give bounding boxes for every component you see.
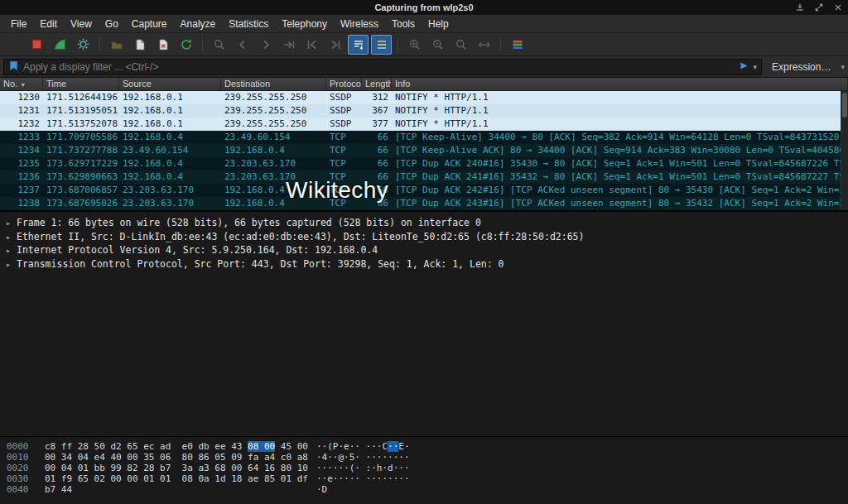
apply-filter-icon[interactable]: [739, 60, 749, 74]
packet-details-pane: ▸Frame 1: 66 bytes on wire (528 bits), 6…: [0, 210, 848, 436]
packet-row-1231[interactable]: 1231171.513195051192.168.0.1239.255.255.…: [0, 104, 848, 118]
column-header-time[interactable]: Time: [43, 78, 119, 90]
column-header-destination[interactable]: Destination: [221, 78, 326, 90]
minimize-to-tray-icon[interactable]: [795, 2, 805, 12]
detail-frame-row[interactable]: ▸Frame 1: 66 bytes on wire (528 bits), 6…: [0, 216, 848, 230]
toolbar-separator: [202, 37, 203, 51]
find-packet-button[interactable]: [209, 35, 229, 55]
hex-offset: 0010: [7, 452, 38, 463]
capture-options-button[interactable]: [73, 35, 94, 55]
packet-row-1237[interactable]: 1237173.68700685723.203.63.170192.168.0.…: [0, 184, 848, 197]
detail-ethernet-row[interactable]: ▸Ethernet II, Src: D-LinkIn_db:ee:43 (ec…: [0, 230, 848, 244]
packet-row-1232[interactable]: 1232171.513752078192.168.0.1239.255.255.…: [0, 118, 848, 131]
packet-list: 1230171.512644196192.168.0.1239.255.255.…: [0, 91, 848, 210]
toolbar-separator: [500, 37, 501, 51]
stop-capture-button[interactable]: [26, 35, 47, 55]
go-back-button[interactable]: [232, 35, 253, 55]
hex-offset: 0040: [7, 484, 38, 495]
zoom-original-button[interactable]: [450, 35, 471, 55]
save-capture-file-button[interactable]: [129, 35, 150, 55]
toolbar-separator: [99, 37, 100, 51]
resize-columns-button[interactable]: [474, 35, 494, 55]
selected-bytes: 08 00: [248, 441, 275, 452]
go-last-packet-button[interactable]: [325, 35, 345, 55]
packet-row-1234[interactable]: 1234171.73727778823.49.60.154192.168.0.4…: [0, 144, 848, 157]
go-forward-button[interactable]: [255, 35, 276, 55]
packet-row-1236[interactable]: 1236173.629890663192.168.0.423.203.63.17…: [0, 170, 848, 184]
expand-arrow-icon[interactable]: ▸: [6, 244, 17, 257]
menu-capture[interactable]: Capture: [125, 15, 174, 33]
zoom-in-button[interactable]: [404, 35, 425, 55]
auto-scroll-toggle[interactable]: [348, 35, 369, 55]
colorize-toggle[interactable]: [371, 35, 392, 55]
window-title: Capturing from wlp2s0: [0, 0, 848, 15]
filter-bar: ▾ Expression… ▾: [0, 56, 848, 78]
expand-arrow-icon[interactable]: ▸: [6, 258, 17, 271]
display-filter-input[interactable]: [23, 61, 735, 73]
column-header-no[interactable]: No.▼: [0, 78, 43, 90]
titlebar: Capturing from wlp2s0: [0, 0, 848, 15]
column-header-source[interactable]: Source: [119, 78, 221, 90]
packet-list-scrollbar[interactable]: [841, 91, 848, 210]
go-to-packet-button[interactable]: [278, 35, 299, 55]
main-toolbar: [0, 33, 848, 56]
open-capture-file-button[interactable]: [106, 35, 127, 55]
hex-offset: 0020: [7, 463, 38, 473]
menu-go[interactable]: Go: [99, 15, 125, 33]
menu-bar: File Edit View Go Capture Analyze Statis…: [0, 15, 848, 33]
column-header-protocol[interactable]: Protocol: [326, 78, 362, 90]
hex-row[interactable]: 0000 c8 ff 28 50 d2 65 ec ad e0 db ee 43…: [7, 441, 848, 452]
column-header-length[interactable]: Length: [362, 78, 392, 90]
menu-statistics[interactable]: Statistics: [222, 15, 275, 33]
hex-row[interactable]: 0010 00 34 04 e4 40 00 35 06 80 86 05 09…: [7, 452, 848, 463]
sort-indicator-icon: ▼: [20, 82, 26, 88]
menu-file[interactable]: File: [4, 15, 33, 33]
menu-tools[interactable]: Tools: [385, 15, 422, 33]
reload-file-button[interactable]: [176, 35, 196, 55]
packet-list-header: No.▼ Time Source Destination Protocol Le…: [0, 78, 848, 91]
packet-row-1233[interactable]: 1233171.709705586192.168.0.423.49.60.154…: [0, 131, 848, 144]
expand-arrow-icon[interactable]: ▸: [6, 217, 17, 230]
wireshark-window: Capturing from wlp2s0 File Edit View Go …: [0, 0, 848, 504]
wikitechy-watermark: Wikitechy: [286, 177, 388, 204]
close-capture-file-button[interactable]: [152, 35, 173, 55]
packet-row-1238[interactable]: 1238173.68769502623.203.63.170192.168.0.…: [0, 197, 848, 210]
filter-history-caret-icon[interactable]: ▾: [754, 59, 758, 75]
column-header-info[interactable]: Info: [392, 78, 848, 90]
menu-telephony[interactable]: Telephony: [275, 15, 334, 33]
hex-row[interactable]: 0020 00 04 01 bb 99 82 28 b7 3a a3 68 00…: [7, 463, 848, 473]
packet-row-1230[interactable]: 1230171.512644196192.168.0.1239.255.255.…: [0, 91, 848, 104]
packet-bytes-pane: 0000 c8 ff 28 50 d2 65 ec ad e0 db ee 43…: [0, 436, 848, 504]
hex-offset: 0000: [7, 441, 38, 452]
restart-capture-button[interactable]: [50, 35, 70, 55]
maximize-icon[interactable]: [814, 2, 824, 12]
hex-row[interactable]: 0040 b7 44 ·D: [7, 484, 848, 495]
start-capture-button[interactable]: [3, 35, 24, 55]
display-filter-field[interactable]: ▾: [3, 59, 762, 75]
menu-wireless[interactable]: Wireless: [334, 15, 385, 33]
menu-help[interactable]: Help: [422, 15, 455, 33]
menu-analyze[interactable]: Analyze: [174, 15, 223, 33]
coloring-rules-button[interactable]: [507, 35, 528, 55]
filter-toolbar-caret-icon[interactable]: ▾: [841, 59, 845, 75]
hex-row[interactable]: 0030 01 f9 65 02 00 00 01 01 08 0a 1d 18…: [7, 473, 848, 484]
expression-button[interactable]: Expression…: [766, 59, 836, 75]
menu-edit[interactable]: Edit: [33, 15, 64, 33]
scrollbar-thumb[interactable]: [842, 93, 847, 118]
zoom-out-button[interactable]: [427, 35, 448, 55]
hex-offset: 0030: [7, 473, 38, 484]
bookmark-icon[interactable]: [8, 60, 19, 74]
detail-ip-row[interactable]: ▸Internet Protocol Version 4, Src: 5.9.2…: [0, 243, 848, 257]
detail-tcp-row[interactable]: ▸Transmission Control Protocol, Src Port…: [0, 257, 848, 271]
window-controls: [795, 0, 843, 15]
expand-arrow-icon[interactable]: ▸: [6, 231, 17, 244]
go-first-packet-button[interactable]: [301, 35, 322, 55]
toolbar-separator: [398, 37, 398, 51]
menu-view[interactable]: View: [64, 15, 99, 33]
selected-ascii: ··: [388, 441, 398, 452]
close-icon[interactable]: [833, 2, 843, 12]
packet-row-1235[interactable]: 1235173.629717229192.168.0.423.203.63.17…: [0, 157, 848, 170]
